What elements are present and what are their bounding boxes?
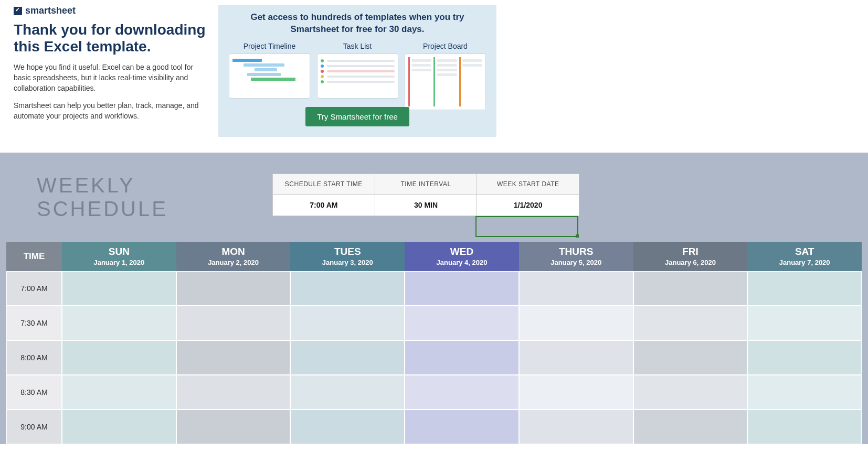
thumbnail-board-icon (405, 53, 486, 110)
calendar-cell[interactable] (290, 340, 405, 375)
calendar-cell[interactable] (633, 375, 748, 410)
calendar-cell[interactable] (290, 410, 405, 444)
calendar-cell[interactable] (62, 306, 176, 340)
promo-left: smartsheet Thank you for downloading thi… (14, 5, 208, 128)
calendar-cell[interactable] (747, 306, 862, 340)
calendar-cell[interactable] (519, 340, 633, 375)
day-header: WEDJanuary 4, 2020 (405, 242, 519, 271)
calendar-cell[interactable] (747, 340, 862, 375)
day-header: TUESJanuary 3, 2020 (290, 242, 405, 271)
calendar-cell[interactable] (176, 271, 291, 306)
calendar-cell[interactable] (519, 375, 633, 410)
settings-header: SCHEDULE START TIME (272, 174, 375, 194)
calendar-cell[interactable] (176, 375, 291, 410)
calendar-cell[interactable] (290, 375, 405, 410)
time-header: TIME (6, 242, 62, 271)
calendar-cell[interactable] (519, 271, 633, 306)
settings-value-start-time[interactable]: 7:00 AM (272, 194, 375, 216)
promo-headline: Get access to hundreds of templates when… (229, 12, 486, 36)
day-header: SUNJanuary 1, 2020 (62, 242, 176, 271)
schedule-title: WEEKLY SCHEDULE (37, 174, 272, 221)
promo-paragraph-1: We hope you find it useful. Excel can be… (14, 62, 203, 93)
calendar-cell[interactable] (633, 410, 748, 444)
time-slot: 9:00 AM (6, 410, 62, 444)
calendar-cell[interactable] (405, 410, 519, 444)
settings-header: TIME INTERVAL (375, 174, 477, 194)
calendar-cell[interactable] (290, 271, 405, 306)
calendar-cell[interactable] (519, 410, 633, 444)
day-column-sat: SATJanuary 7, 2020 (747, 242, 862, 444)
calendar-cell[interactable] (176, 410, 291, 444)
thank-you-heading: Thank you for downloading this Excel tem… (14, 22, 208, 55)
calendar-cell[interactable] (747, 271, 862, 306)
day-header: FRIJanuary 6, 2020 (633, 242, 748, 271)
settings-value-start-date[interactable]: 1/1/2020 (477, 194, 579, 216)
template-card-board[interactable]: Project Board (405, 42, 486, 99)
brand: smartsheet (14, 5, 208, 16)
time-column: TIME7:00 AM7:30 AM8:00 AM8:30 AM9:00 AM (6, 242, 62, 444)
settings-value-interval[interactable]: 30 MIN (375, 194, 477, 216)
day-column-wed: WEDJanuary 4, 2020 (405, 242, 519, 444)
calendar-cell[interactable] (405, 340, 519, 375)
day-header: MONJanuary 2, 2020 (176, 242, 291, 271)
template-card-label: Task List (317, 42, 398, 50)
day-column-tues: TUESJanuary 3, 2020 (290, 242, 405, 444)
calendar-cell[interactable] (405, 375, 519, 410)
brand-name: smartsheet (25, 5, 76, 16)
calendar-grid: TIME7:00 AM7:30 AM8:00 AM8:30 AM9:00 AMS… (6, 242, 862, 444)
template-card-label: Project Board (405, 42, 486, 50)
day-column-mon: MONJanuary 2, 2020 (176, 242, 291, 444)
calendar-cell[interactable] (290, 306, 405, 340)
calendar-cell[interactable] (405, 271, 519, 306)
brand-logo-icon (14, 7, 22, 15)
schedule-settings-table: SCHEDULE START TIME TIME INTERVAL WEEK S… (272, 174, 579, 216)
template-card-label: Project Timeline (229, 42, 310, 50)
calendar-cell[interactable] (62, 375, 176, 410)
template-card-timeline[interactable]: Project Timeline (229, 42, 310, 99)
calendar-cell[interactable] (633, 340, 748, 375)
try-free-button[interactable]: Try Smartsheet for free (305, 107, 409, 126)
calendar-cell[interactable] (747, 375, 862, 410)
calendar-cell[interactable] (633, 306, 748, 340)
calendar-cell[interactable] (176, 306, 291, 340)
day-header: SATJanuary 7, 2020 (747, 242, 862, 271)
time-slot: 7:00 AM (6, 271, 62, 306)
schedule-area: WEEKLY SCHEDULE SCHEDULE START TIME TIME… (0, 153, 868, 444)
calendar-cell[interactable] (62, 271, 176, 306)
promo-paragraph-2: Smartsheet can help you better plan, tra… (14, 101, 203, 121)
calendar-cell[interactable] (176, 340, 291, 375)
calendar-cell[interactable] (633, 271, 748, 306)
time-slot: 7:30 AM (6, 306, 62, 340)
day-column-thurs: THURSJanuary 5, 2020 (519, 242, 633, 444)
calendar-cell[interactable] (747, 410, 862, 444)
calendar-cell[interactable] (62, 340, 176, 375)
time-slot: 8:00 AM (6, 340, 62, 375)
calendar-cell[interactable] (405, 306, 519, 340)
template-card-row: Project Timeline Task List (229, 42, 486, 99)
template-card-tasklist[interactable]: Task List (317, 42, 398, 99)
time-slot: 8:30 AM (6, 375, 62, 410)
day-column-sun: SUNJanuary 1, 2020 (62, 242, 176, 444)
day-column-fri: FRIJanuary 6, 2020 (633, 242, 748, 444)
day-header: THURSJanuary 5, 2020 (519, 242, 633, 271)
calendar-cell[interactable] (519, 306, 633, 340)
thumbnail-gantt-icon (229, 53, 310, 99)
thumbnail-tasklist-icon (317, 53, 398, 99)
settings-header: WEEK START DATE (477, 174, 579, 194)
promo-right: Get access to hundreds of templates when… (218, 5, 496, 137)
calendar-cell[interactable] (62, 410, 176, 444)
schedule-top: WEEKLY SCHEDULE SCHEDULE START TIME TIME… (0, 174, 868, 242)
promo-panel: smartsheet Thank you for downloading thi… (0, 0, 868, 142)
